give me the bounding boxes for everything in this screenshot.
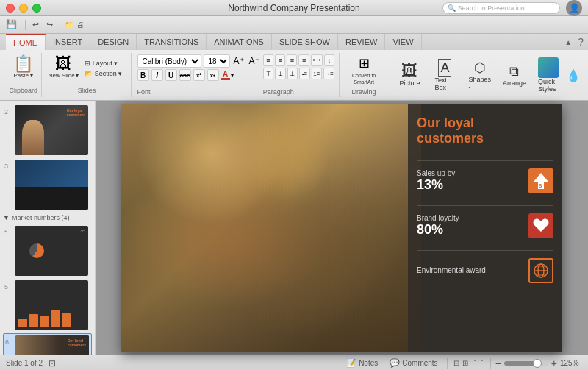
save-icon[interactable]: 💾: [6, 19, 21, 31]
slide-thumb-4a[interactable]: * 3/5: [3, 224, 92, 277]
color-dropper-button[interactable]: 💧: [566, 60, 581, 90]
bar-2: [29, 314, 38, 327]
ribbon-tabs: HOME INSERT DESIGN TRANSITIONS ANIMATION…: [0, 34, 588, 50]
picture-button[interactable]: 🖼 Picture: [393, 61, 426, 89]
indent-button[interactable]: →≡: [323, 68, 334, 79]
font-size-select[interactable]: 18: [204, 54, 230, 68]
font-family-select[interactable]: Calibri (Body): [137, 54, 201, 68]
close-button[interactable]: [6, 4, 15, 13]
tab-home[interactable]: HOME: [6, 34, 46, 50]
align-left-button[interactable]: ≡: [263, 54, 273, 66]
align-right-button[interactable]: ≡: [287, 54, 297, 66]
slide-pie-4a: [29, 243, 44, 258]
slides-group-label: Slides: [78, 85, 96, 94]
slide-group-label: ▼ Market numbers (4): [3, 213, 92, 223]
help-icon[interactable]: ?: [578, 36, 584, 48]
view-grid-icon[interactable]: ⋮⋮: [471, 359, 486, 367]
quick-styles-icon: [538, 57, 559, 78]
tab-animations[interactable]: ANIMATIONS: [207, 34, 272, 50]
column-button[interactable]: ⋮⋮: [311, 54, 323, 66]
notes-label: Notes: [359, 359, 378, 367]
convert-group: ⊞ Convert to SmartArt Drawing: [341, 53, 388, 97]
quick-styles-button[interactable]: Quick Styles: [534, 55, 563, 95]
zoom-level: 125%: [560, 359, 582, 367]
comments-button[interactable]: 💬 Comments: [387, 358, 440, 368]
stat-value-2: 80%: [417, 222, 459, 238]
subscript-button[interactable]: x₂: [207, 69, 219, 81]
text-box-icon: A: [438, 59, 451, 77]
align-middle-button[interactable]: ⊥: [275, 68, 285, 79]
tab-insert[interactable]: INSERT: [46, 34, 90, 50]
underline-button[interactable]: U: [165, 69, 177, 81]
slide-preview-3: [15, 160, 88, 210]
user-avatar[interactable]: 👤: [566, 0, 582, 16]
text-direction-button[interactable]: ↕: [324, 54, 334, 66]
search-bar[interactable]: 🔍 Search in Presentation...: [442, 2, 560, 14]
align-top-button[interactable]: ⊤: [263, 68, 273, 79]
slide-thumb-6[interactable]: 6 Our loyalcustomers 13% 80%: [3, 333, 92, 355]
bold-button[interactable]: B: [137, 69, 149, 81]
numbered-list-button[interactable]: 1≡: [312, 68, 322, 79]
tab-transitions[interactable]: TRANSITIONS: [137, 34, 207, 50]
italic-button[interactable]: I: [151, 69, 163, 81]
slide-person-2: [22, 120, 44, 155]
bullet-list-button[interactable]: •≡: [299, 68, 309, 79]
tab-view[interactable]: VIEW: [385, 34, 421, 50]
zoom-slider[interactable]: [504, 361, 548, 366]
slide-thumb-2[interactable]: 2 Our loyalcustomers: [3, 104, 92, 157]
shapes-button[interactable]: ⬡ Shapes -: [464, 57, 495, 93]
redo-icon[interactable]: ↪: [44, 20, 55, 29]
stat-label-1: Sales up by: [417, 169, 455, 177]
new-slide-button[interactable]: 🖼 New Slide▾: [49, 56, 79, 79]
paragraph-group-label: Paragraph: [263, 87, 334, 96]
picture-icon: 🖼: [401, 63, 417, 79]
convert-to-smartart-button[interactable]: ⊞ Convert to SmartArt: [345, 54, 383, 85]
folder-icon[interactable]: 📁: [65, 21, 74, 29]
window-title: Northwind Company Presentation: [228, 3, 359, 13]
align-center-button[interactable]: ≡: [275, 54, 285, 66]
arrange-icon: ⧉: [509, 64, 519, 79]
notes-button[interactable]: 📝 Notes: [343, 358, 381, 368]
canvas-area: Our loyal customers Sales up by 13% $: [96, 101, 588, 355]
align-bottom-button[interactable]: ⊥: [287, 68, 298, 79]
convert-label: Convert to SmartArt: [345, 73, 383, 85]
increase-font-size[interactable]: A⁺: [232, 56, 245, 66]
superscript-button[interactable]: x²: [193, 69, 205, 81]
slide-canvas[interactable]: Our loyal customers Sales up by 13% $: [121, 104, 562, 352]
stat-text-1: Sales up by 13%: [417, 169, 455, 193]
view-normal-icon[interactable]: ⊟: [453, 359, 459, 367]
zoom-in-button[interactable]: +: [551, 357, 557, 369]
undo-icon[interactable]: ↩: [30, 20, 41, 29]
paste-button[interactable]: 📋 Paste▾: [13, 56, 33, 79]
slide-photo: [121, 104, 421, 352]
zoom-slider-thumb[interactable]: [533, 359, 542, 368]
justify-button[interactable]: ≡: [298, 54, 309, 66]
view-outline-icon[interactable]: ⊞: [462, 359, 468, 367]
slide-fit-icon[interactable]: ⊡: [49, 358, 56, 369]
arrange-button[interactable]: ⧉ Arrange: [498, 62, 531, 89]
section-button[interactable]: 📂 Section ▾: [82, 69, 126, 78]
font-color-button[interactable]: A ▾: [221, 70, 234, 80]
collapse-ribbon-icon[interactable]: ▲: [564, 38, 572, 46]
insert-group: 🖼 Picture A Text Box ⬡ Shapes - ⧉ Arrang…: [389, 53, 585, 97]
slide-overlay: Our loyal customers Sales up by 13% $: [408, 104, 562, 352]
print-icon[interactable]: 🖨: [76, 21, 84, 29]
stat-text-3: Environmental award: [417, 266, 486, 274]
slide-thumb-5[interactable]: 5: [3, 279, 92, 332]
text-box-button[interactable]: A Text Box: [429, 57, 461, 93]
slide-thumb-3[interactable]: 3: [3, 158, 92, 211]
status-left: Slide 1 of 2 ⊡: [6, 358, 56, 369]
svg-text:$: $: [539, 182, 542, 189]
zoom-out-button[interactable]: −: [495, 357, 501, 369]
strikethrough-button[interactable]: abc: [179, 69, 191, 81]
slide-preview-6: Our loyalcustomers 13% 80%: [15, 335, 89, 355]
minimize-button[interactable]: [19, 4, 28, 13]
layout-button[interactable]: ⊞ Layout ▾: [82, 59, 126, 68]
maximize-button[interactable]: [32, 4, 41, 13]
slide-preview-4a: 3/5: [15, 226, 88, 276]
bar-4: [51, 310, 60, 327]
tab-slideshow[interactable]: SLIDE SHOW: [272, 34, 338, 50]
tab-review[interactable]: REVIEW: [338, 34, 385, 50]
tab-design[interactable]: DESIGN: [90, 34, 137, 50]
slide-preview-5: [15, 280, 88, 330]
